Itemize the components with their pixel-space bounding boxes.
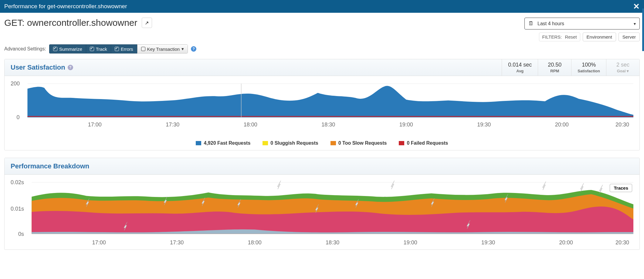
breakdown-chart[interactable]: Traces 0.02s 0.01s 0s bbox=[5, 175, 639, 250]
x-tick: 19:00 bbox=[404, 239, 417, 246]
satisfaction-legend: 4,920 Fast Requests 0 Sluggish Requests … bbox=[5, 138, 639, 150]
filters-box: FILTERS: Reset bbox=[539, 33, 580, 41]
fast-requests-area bbox=[27, 86, 633, 117]
advanced-settings-row: Advanced Settings: Summarize Track Error… bbox=[0, 41, 644, 59]
traces-button[interactable]: Traces bbox=[610, 184, 632, 192]
x-tick: 17:30 bbox=[170, 239, 184, 246]
panel-header: User Satisfaction ? 0.014 sec Avg 20.50 … bbox=[5, 59, 639, 76]
errors-label: Errors bbox=[121, 46, 133, 52]
modal-title: Performance for get-ownercontroller.show… bbox=[4, 3, 127, 10]
satisfaction-chart[interactable]: 200 0 17:00 17:30 18:00 18:30 19:00 19:3… bbox=[5, 76, 639, 138]
swatch-icon bbox=[330, 141, 336, 145]
swatch-icon bbox=[399, 141, 404, 145]
metric-label: Avg bbox=[508, 69, 532, 73]
x-tick: 17:30 bbox=[166, 122, 179, 128]
metric-value: 2 sec bbox=[612, 62, 633, 68]
x-tick: 19:30 bbox=[477, 122, 491, 128]
panel-title-text: Performance Breakdown bbox=[11, 162, 89, 170]
track-toggle[interactable]: Track bbox=[86, 44, 111, 53]
title-left: GET: ownercontroller.showowner ↗ bbox=[4, 18, 152, 28]
checkbox-icon bbox=[90, 47, 94, 51]
swatch-icon bbox=[263, 141, 268, 145]
x-tick: 19:30 bbox=[481, 239, 495, 246]
advanced-settings-label: Advanced Settings: bbox=[4, 46, 46, 52]
user-satisfaction-panel: User Satisfaction ? 0.014 sec Avg 20.50 … bbox=[4, 59, 640, 150]
filter-environment-button[interactable]: Environment bbox=[583, 33, 616, 41]
time-range-label: Last 4 hours bbox=[537, 21, 564, 26]
filters-label: FILTERS: bbox=[542, 34, 562, 40]
filters-row: FILTERS: Reset Environment Server bbox=[539, 33, 640, 41]
metric-label: Satisfaction bbox=[578, 69, 600, 73]
summarize-toggle[interactable]: Summarize bbox=[49, 44, 86, 53]
metric-value: 0.014 sec bbox=[508, 62, 532, 68]
x-tick: 18:30 bbox=[321, 122, 335, 128]
legend-item[interactable]: 0 Failed Requests bbox=[399, 140, 448, 146]
x-tick: 17:00 bbox=[88, 122, 102, 128]
errors-toggle[interactable]: Errors bbox=[111, 44, 137, 53]
metric-satisfaction: 100% Satisfaction bbox=[571, 59, 606, 76]
page-title: GET: ownercontroller.showowner bbox=[4, 18, 137, 28]
help-icon[interactable]: ? bbox=[68, 65, 73, 70]
swatch-icon bbox=[196, 141, 201, 145]
x-tick: 20:30 bbox=[615, 122, 629, 128]
filter-server-button[interactable]: Server bbox=[619, 33, 640, 41]
y-tick: 0 bbox=[16, 114, 19, 120]
external-link-icon: ↗ bbox=[145, 20, 149, 26]
y-tick: 0.02s bbox=[11, 179, 24, 185]
close-icon[interactable]: ✕ bbox=[633, 2, 640, 10]
checkbox-icon bbox=[53, 47, 57, 51]
metric-label: RPM bbox=[544, 69, 565, 73]
key-transaction-toggle[interactable]: Key Transaction ▾ bbox=[137, 44, 188, 53]
panel-title-text: User Satisfaction bbox=[11, 64, 65, 71]
legend-item[interactable]: 4,920 Fast Requests bbox=[196, 140, 250, 146]
panel-header: Performance Breakdown bbox=[5, 158, 639, 175]
x-tick: 18:00 bbox=[248, 239, 262, 246]
legend-label: 4,920 Fast Requests bbox=[204, 140, 250, 146]
metric-goal[interactable]: 2 sec Goal ▾ bbox=[606, 59, 639, 76]
x-tick: 19:00 bbox=[399, 122, 413, 128]
calendar-icon: 🗓 bbox=[528, 20, 534, 27]
time-range-picker[interactable]: 🗓 Last 4 hours ▾ bbox=[524, 18, 640, 29]
legend-item[interactable]: 0 Too Slow Requests bbox=[330, 140, 387, 146]
x-tick: 18:30 bbox=[326, 239, 339, 246]
y-tick: 0.01s bbox=[11, 206, 24, 212]
panel-title: User Satisfaction ? bbox=[5, 59, 502, 76]
reset-filters-link[interactable]: Reset bbox=[565, 34, 577, 40]
panel-title: Performance Breakdown bbox=[5, 158, 639, 174]
chevron-down-icon: ▾ bbox=[634, 21, 636, 26]
legend-label: 0 Sluggish Requests bbox=[270, 140, 318, 146]
title-right: 🗓 Last 4 hours ▾ FILTERS: Reset Environm… bbox=[524, 18, 640, 41]
titlebar: GET: ownercontroller.showowner ↗ 🗓 Last … bbox=[0, 13, 644, 41]
help-icon[interactable]: ? bbox=[191, 46, 196, 52]
open-external-button[interactable]: ↗ bbox=[142, 18, 152, 28]
legend-label: 0 Failed Requests bbox=[407, 140, 448, 146]
performance-breakdown-panel: Performance Breakdown Traces 0.02s 0.01s… bbox=[4, 158, 640, 250]
key-transaction-label: Key Transaction bbox=[147, 46, 180, 52]
legend-item[interactable]: 0 Sluggish Requests bbox=[263, 140, 318, 146]
x-tick: 18:00 bbox=[244, 122, 257, 128]
x-tick: 20:00 bbox=[555, 122, 569, 128]
x-tick: 20:00 bbox=[559, 239, 573, 246]
x-tick: 17:00 bbox=[92, 239, 106, 246]
checkbox-icon bbox=[115, 47, 119, 51]
checkbox-icon bbox=[141, 47, 145, 51]
scrollbar-accent[interactable] bbox=[642, 9, 644, 51]
legend-label: 0 Too Slow Requests bbox=[338, 140, 387, 146]
metric-label: Goal ▾ bbox=[612, 69, 633, 73]
settings-button-group: Summarize Track Errors Key Transaction ▾ bbox=[49, 44, 188, 53]
metric-avg: 0.014 sec Avg bbox=[502, 59, 538, 76]
x-tick: 20:30 bbox=[615, 239, 629, 246]
metric-rpm: 20.50 RPM bbox=[538, 59, 571, 76]
summarize-label: Summarize bbox=[59, 46, 82, 52]
y-tick: 200 bbox=[11, 81, 20, 87]
metric-value: 20.50 bbox=[544, 62, 565, 68]
y-tick: 0s bbox=[18, 231, 24, 237]
chevron-down-icon: ▾ bbox=[181, 46, 184, 52]
track-label: Track bbox=[96, 46, 107, 52]
metric-value: 100% bbox=[578, 62, 600, 68]
modal-header: Performance for get-ownercontroller.show… bbox=[0, 0, 644, 13]
